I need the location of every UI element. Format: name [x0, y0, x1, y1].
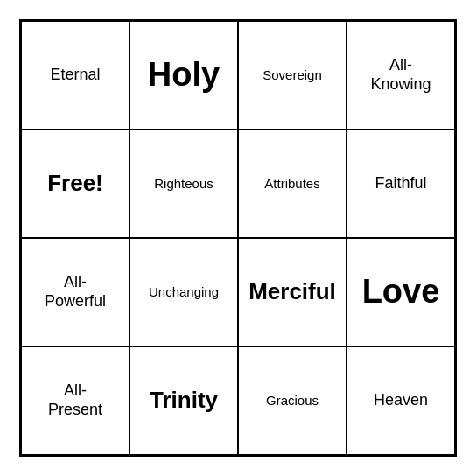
cell-text-r3c2: Gracious: [266, 393, 318, 409]
cell-text-r1c1: Righteous: [154, 176, 214, 192]
bingo-grid: EternalHolySovereignAll-KnowingFree!Righ…: [19, 19, 457, 457]
bingo-cell-r0c1: Holy: [130, 21, 238, 130]
cell-text-r0c2: Sovereign: [262, 67, 322, 83]
cell-text-r2c0: All-Powerful: [45, 273, 106, 311]
cell-text-r3c1: Trinity: [150, 387, 218, 414]
cell-text-r1c2: Attributes: [264, 176, 319, 192]
cell-text-r1c0: Free!: [47, 170, 103, 197]
cell-text-r0c1: Holy: [148, 55, 220, 95]
cell-text-r3c3: Heaven: [374, 391, 428, 410]
cell-text-r0c3: All-Knowing: [370, 56, 430, 94]
bingo-cell-r2c0: All-Powerful: [21, 238, 130, 346]
bingo-cell-r3c3: Heaven: [346, 346, 455, 455]
cell-text-r3c0: All-Present: [48, 382, 102, 419]
cell-text-r2c1: Unchanging: [149, 284, 219, 300]
bingo-cell-r3c0: All-Present: [21, 346, 130, 455]
bingo-cell-r1c0: Free!: [21, 130, 130, 238]
bingo-cell-r2c1: Unchanging: [130, 238, 238, 346]
bingo-cell-r0c2: Sovereign: [238, 21, 346, 130]
cell-text-r2c3: Love: [362, 272, 440, 312]
bingo-cell-r2c3: Love: [346, 238, 455, 346]
cell-text-r1c3: Faithful: [374, 174, 426, 193]
bingo-cell-r1c1: Righteous: [130, 130, 238, 238]
cell-text-r0c0: Eternal: [50, 66, 100, 85]
bingo-cell-r2c2: Merciful: [238, 238, 346, 346]
bingo-cell-r0c3: All-Knowing: [346, 21, 455, 130]
bingo-cell-r1c2: Attributes: [238, 130, 346, 238]
bingo-cell-r1c3: Faithful: [346, 130, 455, 238]
bingo-cell-r3c1: Trinity: [130, 346, 238, 455]
cell-text-r2c2: Merciful: [248, 278, 336, 305]
bingo-cell-r0c0: Eternal: [21, 21, 130, 130]
bingo-cell-r3c2: Gracious: [238, 346, 346, 455]
